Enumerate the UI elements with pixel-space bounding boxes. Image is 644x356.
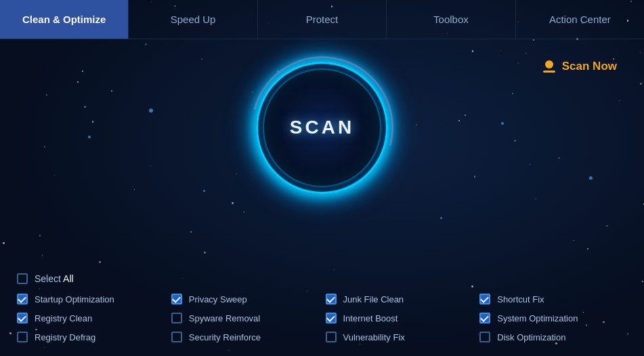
scan-circle-label: SCAN bbox=[290, 117, 354, 138]
checkbox-row-shortcut-fix: Shortcut Fix bbox=[479, 294, 627, 304]
checkbox-row-security-reinforce: Security Reinforce bbox=[171, 332, 319, 342]
scan-now-button[interactable]: Scan Now bbox=[543, 60, 617, 73]
select-all-label: Select All bbox=[35, 273, 74, 284]
checkbox-row-registry-defrag: Registry Defrag bbox=[17, 332, 165, 342]
checkbox-registry-defrag[interactable] bbox=[17, 332, 28, 342]
checkbox-row-registry-clean: Registry Clean bbox=[17, 313, 165, 323]
checkbox-junk-file-clean[interactable] bbox=[326, 294, 337, 304]
checkbox-row-junk-file-clean: Junk File Clean bbox=[326, 294, 473, 304]
checkbox-grid: Startup OptimizationPrivacy SweepJunk Fi… bbox=[17, 294, 627, 342]
checkbox-row-disk-optimization: Disk Optimization bbox=[479, 332, 627, 342]
checkbox-privacy-sweep[interactable] bbox=[171, 294, 182, 304]
select-all-checkbox[interactable] bbox=[17, 273, 28, 284]
checkbox-label-registry-clean: Registry Clean bbox=[35, 313, 92, 323]
nav-item-toolbox[interactable]: Toolbox bbox=[387, 0, 515, 39]
nav-item-speed-up[interactable]: Speed Up bbox=[129, 0, 257, 39]
checkbox-row-privacy-sweep: Privacy Sweep bbox=[171, 294, 319, 304]
checkbox-startup-optimization[interactable] bbox=[17, 294, 28, 304]
scan-icon bbox=[543, 60, 555, 73]
scan-now-label: Scan Now bbox=[562, 60, 617, 73]
scan-circle[interactable]: SCAN bbox=[248, 53, 397, 202]
nav-item-clean-optimize[interactable]: Clean & Optimize bbox=[0, 0, 129, 39]
nav-item-action-center[interactable]: Action Center bbox=[516, 0, 644, 39]
checkbox-row-system-optimization: System Optimization bbox=[479, 313, 627, 323]
checkbox-internet-boost[interactable] bbox=[326, 313, 337, 323]
checkbox-label-vulnerability-fix: Vulnerability Fix bbox=[343, 332, 405, 342]
checkbox-row-spyware-removal: Spyware Removal bbox=[171, 313, 319, 323]
checkbox-label-registry-defrag: Registry Defrag bbox=[35, 332, 95, 342]
checkbox-label-startup-optimization: Startup Optimization bbox=[35, 294, 114, 304]
checkbox-vulnerability-fix[interactable] bbox=[326, 332, 337, 342]
checkboxes-section: Select All Startup OptimizationPrivacy S… bbox=[0, 273, 644, 356]
checkbox-row-internet-boost: Internet Boost bbox=[326, 313, 473, 323]
checkbox-system-optimization[interactable] bbox=[479, 313, 490, 323]
checkbox-label-spyware-removal: Spyware Removal bbox=[189, 313, 261, 323]
checkbox-shortcut-fix[interactable] bbox=[479, 294, 490, 304]
checkbox-registry-clean[interactable] bbox=[17, 313, 28, 323]
checkbox-spyware-removal[interactable] bbox=[171, 313, 182, 323]
navigation-bar: Clean & OptimizeSpeed UpProtectToolboxAc… bbox=[0, 0, 644, 39]
checkbox-label-security-reinforce: Security Reinforce bbox=[189, 332, 261, 342]
checkbox-row-vulnerability-fix: Vulnerability Fix bbox=[326, 332, 473, 342]
main-content: Scan Now SCAN Select All Startup Optimiz… bbox=[0, 39, 644, 356]
checkbox-row-startup-optimization: Startup Optimization bbox=[17, 294, 165, 304]
checkbox-label-internet-boost: Internet Boost bbox=[343, 313, 398, 323]
checkbox-security-reinforce[interactable] bbox=[171, 332, 182, 342]
checkbox-disk-optimization[interactable] bbox=[479, 332, 490, 342]
select-all-row: Select All bbox=[17, 273, 627, 284]
checkbox-label-disk-optimization: Disk Optimization bbox=[497, 332, 565, 342]
checkbox-label-system-optimization: System Optimization bbox=[497, 313, 578, 323]
nav-item-protect[interactable]: Protect bbox=[258, 0, 387, 39]
checkbox-label-junk-file-clean: Junk File Clean bbox=[343, 294, 404, 304]
checkbox-label-privacy-sweep: Privacy Sweep bbox=[189, 294, 247, 304]
checkbox-label-shortcut-fix: Shortcut Fix bbox=[497, 294, 544, 304]
